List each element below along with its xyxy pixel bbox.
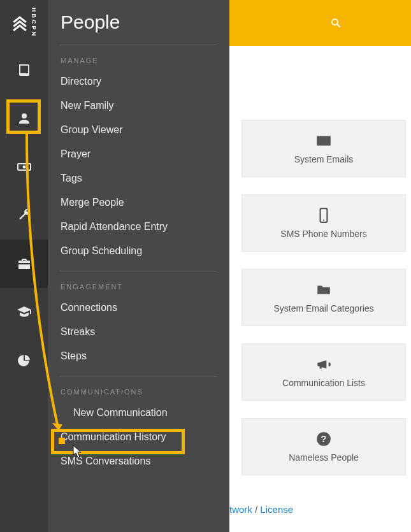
- card-sms-phone-numbers[interactable]: SMS Phone Numbers: [242, 194, 406, 252]
- footer-license-link[interactable]: License: [260, 504, 293, 515]
- menu-directory[interactable]: Directory: [48, 69, 229, 94]
- envelope-icon: [315, 133, 332, 149]
- money-icon: [17, 159, 32, 175]
- menu-group-viewer[interactable]: Group Viewer: [48, 118, 229, 142]
- bullhorn-icon: [315, 356, 332, 373]
- rail-book[interactable]: [0, 46, 48, 94]
- section-head-manage: MANAGE: [48, 45, 229, 69]
- menu-steps[interactable]: Steps: [48, 344, 229, 368]
- footer-links: twork / License: [229, 504, 293, 515]
- menu-new-communication[interactable]: New Communication: [48, 401, 229, 425]
- rail-person[interactable]: [0, 94, 48, 143]
- folder-icon: [315, 282, 332, 298]
- brand-chevron-icon: [11, 15, 28, 31]
- card-system-email-categories[interactable]: System Email Categories: [242, 269, 406, 326]
- brand-logo: HBCPN: [0, 0, 48, 46]
- footer-sep: /: [252, 504, 261, 515]
- wrench-icon: [17, 208, 32, 223]
- rail-briefcase[interactable]: [0, 240, 48, 288]
- icon-rail: HBCPN: [0, 0, 48, 532]
- card-label: Nameless People: [289, 452, 359, 463]
- menu-sms-conversations[interactable]: SMS Conversations: [48, 449, 229, 473]
- pie-chart-icon: [17, 353, 32, 368]
- rail-wrench[interactable]: [0, 191, 48, 240]
- card-label: System Email Categories: [273, 303, 373, 313]
- menu-group-scheduling[interactable]: Group Scheduling: [48, 239, 229, 263]
- footer-network-link[interactable]: twork: [229, 504, 252, 515]
- flyout-title: People: [48, 0, 229, 45]
- menu-prayer[interactable]: Prayer: [48, 142, 229, 166]
- brand-acronym: HBCPN: [31, 8, 37, 38]
- card-nameless-people[interactable]: ? Nameless People: [242, 418, 406, 475]
- menu-tags[interactable]: Tags: [48, 166, 229, 191]
- briefcase-icon: [17, 256, 32, 271]
- menu-rapid-attendance[interactable]: Rapid Attendance Entry: [48, 215, 229, 239]
- menu-streaks[interactable]: Streaks: [48, 320, 229, 344]
- graduation-cap-icon: [17, 305, 32, 320]
- rail-money[interactable]: [0, 143, 48, 191]
- menu-communication-history[interactable]: Communication History: [48, 425, 229, 449]
- rail-chart[interactable]: [0, 336, 48, 385]
- menu-new-family[interactable]: New Family: [48, 94, 229, 118]
- phone-icon: [315, 207, 332, 224]
- menu-connections[interactable]: Connections: [48, 296, 229, 320]
- svg-text:?: ?: [321, 433, 326, 444]
- card-system-emails[interactable]: System Emails: [242, 120, 406, 177]
- book-icon: [17, 62, 32, 78]
- question-icon: ?: [315, 431, 332, 447]
- search-button[interactable]: [324, 11, 347, 34]
- section-head-communications: COMMUNICATIONS: [48, 377, 229, 401]
- card-label: Communication Lists: [282, 378, 365, 388]
- card-label: SMS Phone Numbers: [280, 229, 366, 239]
- svg-point-5: [323, 220, 324, 221]
- card-communication-lists[interactable]: Communication Lists: [242, 343, 406, 401]
- person-icon: [17, 111, 32, 126]
- svg-line-3: [337, 24, 340, 27]
- svg-point-1: [22, 166, 25, 169]
- card-label: System Emails: [294, 154, 354, 164]
- section-head-engagement: ENGAGEMENT: [48, 271, 229, 296]
- menu-merge-people[interactable]: Merge People: [48, 191, 229, 215]
- card-column: System Emails SMS Phone Numbers System E…: [242, 120, 406, 475]
- rail-graduation[interactable]: [0, 288, 48, 336]
- search-icon: [330, 17, 342, 29]
- people-flyout: People MANAGE Directory New Family Group…: [48, 0, 229, 532]
